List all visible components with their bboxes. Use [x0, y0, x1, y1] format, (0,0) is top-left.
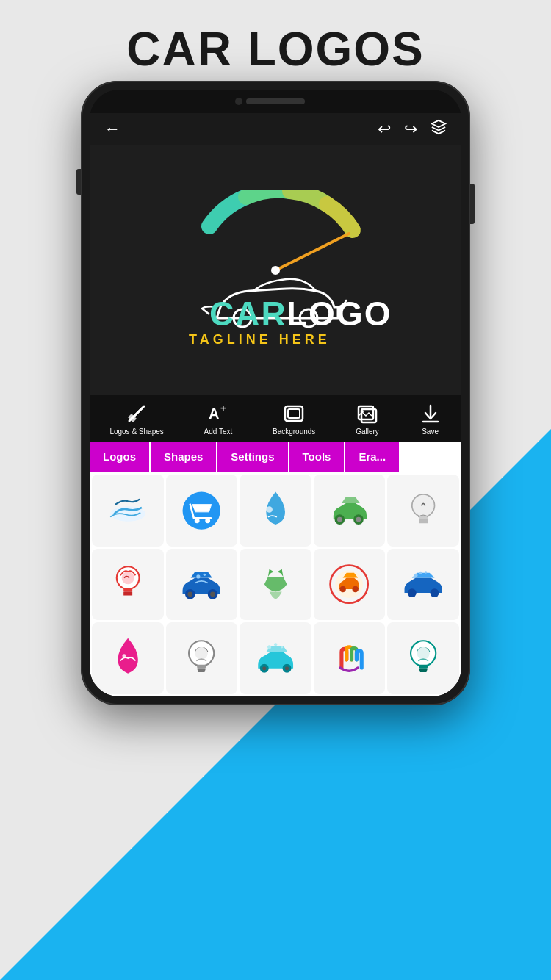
- svg-point-42: [340, 586, 347, 593]
- logo-item-car-wash-bubbles[interactable]: [240, 622, 311, 694]
- logo-item-colorful-hands[interactable]: [314, 622, 386, 694]
- logo-item-shopping-cart-car[interactable]: [166, 475, 238, 547]
- camera-notch: [235, 98, 242, 105]
- tab-logos[interactable]: Logos: [90, 442, 151, 472]
- svg-point-55: [262, 666, 266, 670]
- logo-item-car-wash-waves[interactable]: [92, 475, 164, 547]
- phone-screen: ← ↩ ↪: [90, 90, 461, 696]
- svg-text:TAGLINE HERE: TAGLINE HERE: [189, 332, 331, 347]
- svg-point-36: [188, 592, 193, 597]
- logo-item-lightbulb-car[interactable]: [387, 475, 459, 547]
- logo-item-car-wash-blue[interactable]: [166, 549, 238, 621]
- undo-button[interactable]: ↩: [378, 120, 391, 139]
- svg-text:LOGO: LOGO: [287, 295, 392, 333]
- svg-point-22: [195, 518, 200, 523]
- svg-point-28: [356, 516, 361, 522]
- logo-item-crown-hand[interactable]: [240, 549, 311, 621]
- toolbar-gallery-label: Gallery: [356, 428, 379, 436]
- svg-marker-0: [432, 120, 445, 127]
- redo-button[interactable]: ↪: [404, 120, 417, 139]
- logo-grid: [90, 472, 461, 696]
- app-bar-left: ←: [104, 120, 120, 139]
- svg-point-48: [425, 571, 427, 573]
- tab-tools[interactable]: Tools: [289, 442, 346, 472]
- toolbar-logos-shapes[interactable]: Logos & Shapes: [109, 403, 163, 436]
- layers-button[interactable]: [431, 119, 447, 140]
- svg-point-27: [337, 516, 342, 522]
- logo-item-teal-car-bulb[interactable]: [387, 622, 459, 694]
- phone-outer: ← ↩ ↪: [81, 81, 470, 705]
- svg-rect-51: [197, 665, 206, 669]
- back-button[interactable]: ←: [104, 120, 120, 139]
- svg-point-39: [204, 574, 206, 576]
- notch-bar: [90, 90, 461, 113]
- toolbar-add-text-label: Add Text: [204, 428, 233, 436]
- svg-point-58: [274, 643, 277, 646]
- logo-item-gray-car-bulb[interactable]: [166, 622, 238, 694]
- svg-rect-61: [419, 665, 428, 669]
- svg-point-33: [121, 572, 134, 584]
- svg-point-49: [122, 654, 126, 657]
- logo-item-red-car-bulb[interactable]: [92, 549, 164, 621]
- logo-item-green-car[interactable]: [314, 475, 386, 547]
- svg-point-17: [361, 410, 364, 413]
- gallery-icon: [356, 403, 378, 425]
- svg-point-62: [417, 647, 430, 660]
- svg-line-1: [276, 234, 349, 270]
- svg-text:CAR: CAR: [209, 295, 287, 333]
- toolbar-backgrounds[interactable]: Backgrounds: [273, 403, 315, 436]
- app-bar: ← ↩ ↪: [90, 113, 461, 145]
- save-icon: [419, 403, 442, 425]
- svg-point-38: [197, 575, 201, 579]
- logo-item-car-circle[interactable]: [314, 549, 386, 621]
- svg-point-57: [267, 645, 271, 649]
- svg-point-44: [408, 588, 417, 597]
- svg-point-37: [210, 592, 215, 597]
- logo-item-blue-wash-car[interactable]: [387, 549, 459, 621]
- svg-point-45: [431, 588, 439, 597]
- toolbar-add-text[interactable]: A + Add Text: [204, 403, 233, 436]
- svg-point-43: [353, 586, 359, 593]
- svg-text:+: +: [220, 403, 226, 414]
- tab-settings[interactable]: Settings: [217, 442, 289, 472]
- speaker-notch: [246, 98, 305, 104]
- toolbar-logos-shapes-label: Logos & Shapes: [109, 428, 163, 436]
- bottom-toolbar: Logos & Shapes A + Add Text Back: [90, 395, 461, 442]
- svg-point-56: [285, 666, 289, 670]
- svg-point-59: [281, 646, 283, 648]
- svg-point-46: [414, 574, 417, 577]
- toolbar-backgrounds-label: Backgrounds: [273, 428, 315, 436]
- svg-rect-14: [288, 409, 300, 418]
- tab-erase[interactable]: Era...: [345, 442, 399, 472]
- svg-point-52: [195, 647, 208, 660]
- svg-rect-32: [123, 588, 132, 592]
- backgrounds-icon: [283, 403, 305, 425]
- car-logo-svg: CAR LOGO TAGLINE HERE: [136, 190, 415, 351]
- tab-shapes[interactable]: Shapes: [151, 442, 217, 472]
- svg-point-2: [271, 266, 280, 275]
- svg-point-23: [206, 518, 211, 523]
- svg-text:A: A: [209, 406, 219, 422]
- logo-item-pink-drop-car[interactable]: [92, 622, 164, 694]
- toolbar-save[interactable]: Save: [419, 403, 442, 436]
- phone-mockup: ← ↩ ↪: [81, 81, 470, 705]
- toolbar-save-label: Save: [422, 428, 439, 436]
- toolbar-gallery[interactable]: Gallery: [356, 403, 379, 436]
- logo-item-water-drop-car[interactable]: [240, 475, 311, 547]
- page-title: CAR LOGOS: [0, 0, 551, 91]
- category-tabs: Logos Shapes Settings Tools Era...: [90, 442, 461, 472]
- add-text-icon: A +: [207, 403, 229, 425]
- logo-canvas: CAR LOGO TAGLINE HERE: [90, 145, 461, 395]
- svg-point-24: [266, 506, 273, 513]
- svg-point-47: [419, 572, 422, 574]
- svg-point-29: [412, 494, 435, 517]
- app-bar-right: ↩ ↪: [378, 119, 447, 140]
- logos-shapes-icon: [126, 403, 148, 425]
